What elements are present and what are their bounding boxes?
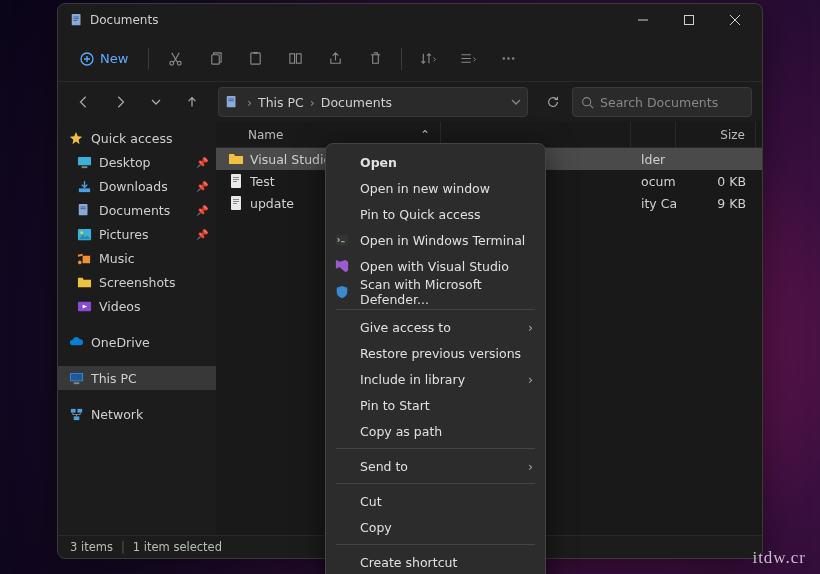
command-bar: New [58,36,762,82]
sidebar-item-screenshots[interactable]: Screenshots [58,270,216,294]
chevron-right-icon[interactable]: › [245,95,254,110]
sort-button[interactable] [410,43,446,75]
menu-item-cut[interactable]: Cut [326,488,545,514]
defender-icon [334,284,350,300]
videos-icon [76,298,92,314]
chevron-down-icon[interactable] [511,97,521,107]
menu-item-give-access-to[interactable]: Give access to› [326,314,545,340]
menu-item-pin-to-start[interactable]: Pin to Start [326,392,545,418]
sidebar-item-documents[interactable]: Documents📌 [58,198,216,222]
menu-item-restore-previous-versions[interactable]: Restore previous versions [326,340,545,366]
copy-button[interactable] [197,43,233,75]
svg-rect-0 [72,14,81,25]
menu-item-pin-to-quick-access[interactable]: Pin to Quick access [326,201,545,227]
sidebar-item-desktop[interactable]: Desktop📌 [58,150,216,174]
svg-rect-5 [685,16,694,25]
menu-item-open-with-visual-studio[interactable]: Open with Visual Studio [326,253,545,279]
documents-icon [76,202,92,218]
back-button[interactable] [68,86,100,118]
menu-item-open-in-windows-terminal[interactable]: Open in Windows Terminal [326,227,545,253]
breadcrumb-thispc[interactable]: This PC [254,93,308,112]
svg-point-12 [177,61,181,65]
sidebar-item-pictures[interactable]: Pictures📌 [58,222,216,246]
text-icon [228,195,244,211]
menu-item-send-to[interactable]: Send to› [326,453,545,479]
delete-button[interactable] [357,43,393,75]
share-button[interactable] [317,43,353,75]
status-item-count: 3 items [70,540,113,554]
sidebar-onedrive[interactable]: OneDrive [58,330,216,354]
svg-rect-45 [233,177,239,178]
sidebar-item-music[interactable]: Music [58,246,216,270]
sidebar-item-downloads[interactable]: Downloads📌 [58,174,216,198]
svg-rect-51 [233,203,237,204]
window-title: Documents [90,13,620,27]
search-input[interactable]: Search Documents [572,87,752,117]
svg-rect-33 [81,207,86,208]
svg-rect-49 [233,199,239,200]
thispc-icon [68,370,84,386]
navigation-pane: Quick access Desktop📌Downloads📌Documents… [58,122,216,535]
view-button[interactable] [450,43,486,75]
recent-locations-button[interactable] [140,86,172,118]
svg-rect-29 [77,156,90,164]
more-button[interactable] [490,43,526,75]
svg-rect-13 [212,55,220,64]
svg-rect-1 [74,17,79,18]
chevron-right-icon[interactable]: › [308,95,317,110]
pin-icon: 📌 [196,181,208,192]
svg-rect-2 [74,18,79,19]
terminal-icon [334,232,350,248]
minimize-button[interactable] [620,4,666,36]
svg-rect-39 [70,373,81,380]
svg-rect-25 [229,99,234,100]
watermark: itdw.cr [752,548,806,568]
refresh-button[interactable] [538,87,568,117]
pin-icon: 📌 [196,229,208,240]
svg-rect-40 [73,382,79,384]
vs-icon [334,258,350,274]
sidebar-thispc[interactable]: This PC [58,366,216,390]
column-type[interactable] [631,122,676,147]
pin-icon: 📌 [196,157,208,168]
documents-icon [70,13,84,27]
sidebar-item-videos[interactable]: Videos [58,294,216,318]
address-bar[interactable]: › This PC › Documents [218,87,528,117]
cut-button[interactable] [157,43,193,75]
menu-item-scan-with-microsoft-defender[interactable]: Scan with Microsoft Defender... [326,279,545,305]
up-button[interactable] [176,86,208,118]
maximize-button[interactable] [666,4,712,36]
sidebar-network[interactable]: Network [58,402,216,426]
close-button[interactable] [712,4,758,36]
svg-rect-46 [233,179,239,180]
svg-rect-31 [78,188,89,192]
new-button[interactable]: New [68,45,140,72]
svg-rect-17 [296,54,301,63]
menu-separator [336,309,535,310]
breadcrumb-documents[interactable]: Documents [317,93,396,112]
sort-indicator-icon: ⌃ [420,128,430,142]
menu-item-copy[interactable]: Copy [326,514,545,540]
context-menu: OpenOpen in new windowPin to Quick acces… [325,143,546,574]
svg-rect-42 [77,408,82,412]
column-size[interactable]: Size [676,122,756,147]
star-icon [68,130,84,146]
menu-item-copy-as-path[interactable]: Copy as path [326,418,545,444]
menu-item-open[interactable]: Open [326,149,545,175]
svg-rect-24 [227,96,236,107]
rename-button[interactable] [277,43,313,75]
sidebar-quick-access[interactable]: Quick access [58,126,216,150]
forward-button[interactable] [104,86,136,118]
menu-item-create-shortcut[interactable]: Create shortcut [326,549,545,574]
titlebar[interactable]: Documents [58,4,762,36]
menu-item-open-in-new-window[interactable]: Open in new window [326,175,545,201]
status-selection: 1 item selected [133,540,222,554]
paste-button[interactable] [237,43,273,75]
documents-icon [225,95,239,109]
chevron-right-icon: › [528,320,533,335]
menu-item-include-in-library[interactable]: Include in library› [326,366,545,392]
folder-icon [76,274,92,290]
music-icon [76,250,92,266]
svg-rect-43 [73,416,79,420]
chevron-right-icon: › [528,459,533,474]
